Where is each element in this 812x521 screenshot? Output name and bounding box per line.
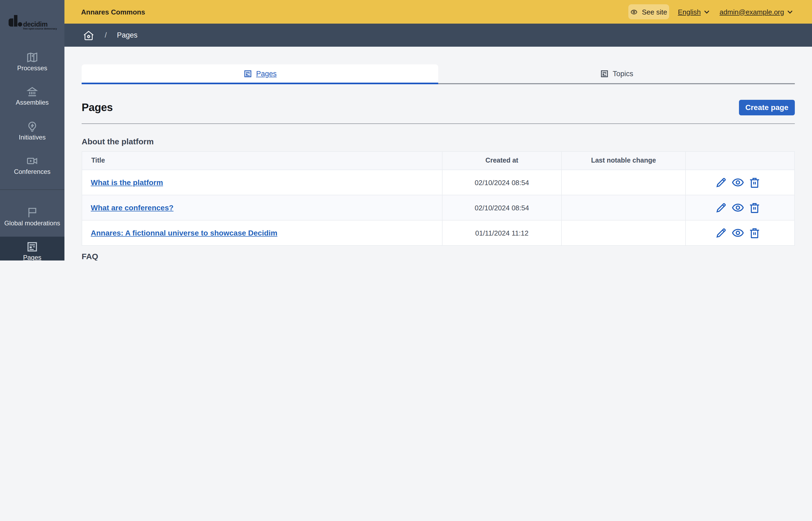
svg-text:free open-source democracy: free open-source democracy	[23, 27, 57, 30]
svg-text:decidim: decidim	[23, 20, 47, 28]
